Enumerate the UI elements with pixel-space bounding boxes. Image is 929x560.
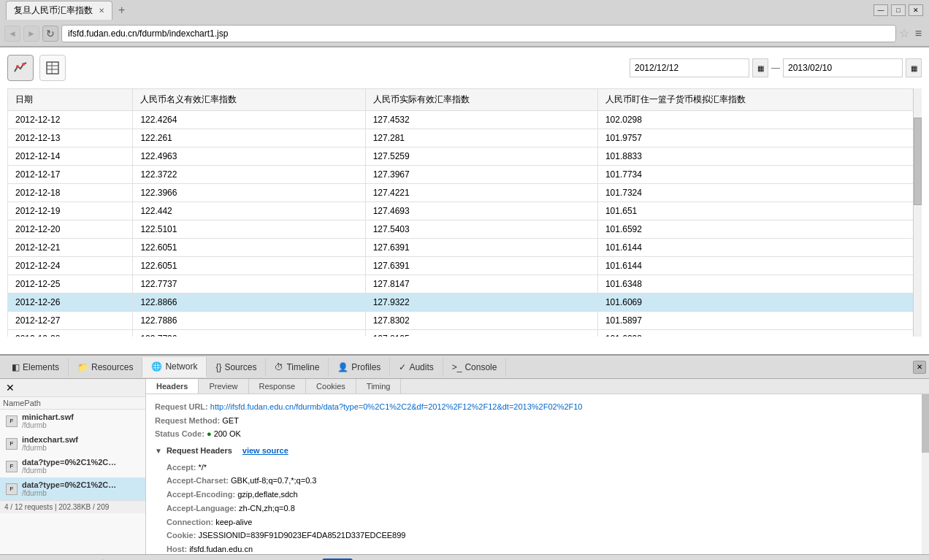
list-view-button[interactable]: ≡: [51, 558, 66, 561]
address-bar[interactable]: [61, 25, 896, 42]
tab-elements-label: Elements: [23, 362, 59, 372]
sources-icon: {}: [215, 362, 221, 372]
view-source-link[interactable]: view source: [242, 444, 288, 458]
table-row[interactable]: 2012-12-27122.7886127.8302101.5897: [8, 312, 922, 330]
calendar-from-button[interactable]: ▦: [752, 58, 768, 77]
clear-button[interactable]: ⊘: [3, 558, 18, 561]
header-name: Accept-Charset:: [167, 476, 231, 485]
console-icon: >_: [452, 362, 462, 372]
table-row[interactable]: 2012-12-14122.4963127.5259101.8833: [8, 147, 922, 166]
table-row[interactable]: 2012-12-26122.8866127.9322101.6069: [8, 294, 922, 312]
window-controls: — □ ✕: [873, 4, 923, 16]
timeline-icon: ⏱: [275, 362, 283, 372]
table-row[interactable]: 2012-12-19122.442127.4693101.651: [8, 202, 922, 220]
request-headers-section: ▼ Request Headers view source: [155, 444, 920, 458]
preserve-log-button[interactable]: ●: [67, 558, 82, 561]
chart-point2: [22, 63, 25, 66]
table-row[interactable]: 2012-12-25122.7737127.8147101.6348: [8, 275, 922, 294]
table-cell: 122.3966: [133, 184, 365, 202]
table-row[interactable]: 2012-12-24122.6051127.6391101.6144: [8, 257, 922, 275]
tab-resources[interactable]: 📁 Resources: [69, 358, 142, 377]
detail-tab-response[interactable]: Response: [249, 379, 307, 394]
scrollbar-thumb[interactable]: [914, 118, 922, 205]
table-row[interactable]: 2012-12-17122.3722127.3967101.7734: [8, 166, 922, 184]
detail-tab-headers[interactable]: Headers: [146, 379, 199, 394]
file-icon: F: [6, 438, 18, 450]
table-row[interactable]: 2012-12-21122.6051127.6391101.6144: [8, 239, 922, 257]
tab-network[interactable]: 🌐 Network: [142, 357, 207, 377]
search-button[interactable]: 🔍: [35, 558, 50, 561]
status-code-row: Status Code: ● 200 OK: [155, 427, 920, 441]
browser-tab[interactable]: 复旦人民币汇率指数 ✕: [6, 1, 112, 20]
tab-close-button[interactable]: ✕: [99, 7, 104, 15]
table-row[interactable]: 2012-12-28122.7726127.8135101.6298: [8, 330, 922, 337]
detail-tab-preview[interactable]: Preview: [199, 379, 248, 394]
refresh-button[interactable]: ↻: [42, 26, 58, 42]
tab-elements[interactable]: ◧ Elements: [3, 358, 69, 377]
file-info: data?type=0%2C1%2C2&d /fdurmb: [22, 480, 117, 497]
file-list-item[interactable]: F data?type=0%2C1%2C2&d /fdurmb: [0, 455, 145, 477]
table-cell: 127.6391: [365, 257, 597, 275]
detail-scrollbar[interactable]: [922, 394, 929, 554]
table-cell: 101.6348: [597, 275, 921, 294]
table-cell: 101.8833: [597, 147, 921, 166]
bookmark-icon[interactable]: ☆: [899, 26, 909, 40]
calendar-to-button[interactable]: ▦: [906, 58, 922, 77]
table-cell: 122.8866: [133, 294, 365, 312]
table-cell: 2012-12-28: [8, 330, 133, 337]
col-header-basket: 人民币盯住一篮子货币模拟汇率指数: [597, 89, 921, 111]
date-to-input[interactable]: [783, 58, 903, 77]
table-cell: 101.6144: [597, 257, 921, 275]
devtools-close-button[interactable]: ✕: [913, 361, 926, 374]
headers-triangle[interactable]: ▼: [155, 445, 162, 457]
tab-timeline[interactable]: ⏱ Timeline: [266, 358, 329, 377]
col-header-date: 日期: [8, 89, 133, 111]
audits-icon: ✓: [399, 362, 406, 372]
header-value: gzip,deflate,sdch: [237, 490, 298, 499]
close-panel-button[interactable]: ✕: [6, 382, 15, 394]
detail-tab-cookies[interactable]: Cookies: [306, 379, 356, 394]
header-name: Cookie:: [167, 531, 198, 540]
date-from-input[interactable]: [630, 58, 749, 77]
table-row[interactable]: 2012-12-18122.3966127.4221101.7324: [8, 184, 922, 202]
detail-scrollbar-thumb[interactable]: [922, 394, 929, 453]
new-tab-button[interactable]: +: [112, 1, 131, 20]
chart-point: [16, 65, 19, 68]
table-cell: 122.4264: [133, 111, 365, 129]
table-cell: 101.7324: [597, 184, 921, 202]
request-method-row: Request Method: GET: [155, 414, 920, 428]
detail-content: Request URL: http://ifsfd.fudan.edu.cn/f…: [146, 394, 929, 554]
minimize-button[interactable]: —: [873, 4, 888, 16]
table-cell: 127.4532: [365, 111, 597, 129]
table-row[interactable]: 2012-12-20122.5101127.5403101.6592: [8, 220, 922, 239]
table-view-button[interactable]: [39, 55, 66, 81]
table-row[interactable]: 2012-12-12122.4264127.4532102.0298: [8, 111, 922, 129]
file-name: indexchart.swf: [22, 435, 78, 444]
tab-network-label: Network: [165, 361, 197, 372]
table-cell: 122.7737: [133, 275, 365, 294]
tab-audits[interactable]: ✓ Audits: [390, 358, 443, 377]
request-method-value: GET: [222, 416, 239, 425]
table-cell: 2012-12-21: [8, 239, 133, 257]
file-list-item[interactable]: F minichart.swf /fdurmb: [0, 410, 145, 432]
tab-profiles[interactable]: 👤 Profiles: [329, 358, 390, 377]
scrollbar[interactable]: [913, 88, 922, 337]
chart-view-button[interactable]: [7, 55, 34, 81]
requests-count: 4 / 12 requests | 202.38KB / 209: [4, 503, 109, 511]
file-list-item[interactable]: F indexchart.swf /fdurmb: [0, 432, 145, 455]
header-row: Connection: keep-alive: [167, 515, 920, 529]
panel-footer: 4 / 12 requests | 202.38KB / 209: [0, 500, 145, 513]
close-button[interactable]: ✕: [909, 4, 923, 16]
table-row[interactable]: 2012-12-13122.261127.281101.9757: [8, 129, 922, 147]
tab-sources[interactable]: {} Sources: [207, 358, 266, 377]
tab-console[interactable]: >_ Console: [443, 358, 507, 377]
forward-button[interactable]: ►: [23, 26, 39, 42]
disable-cache-button[interactable]: ⊘: [83, 558, 98, 561]
back-button[interactable]: ◄: [4, 26, 20, 42]
menu-icon[interactable]: ≡: [912, 26, 925, 42]
detail-tab-timing[interactable]: Timing: [356, 379, 402, 394]
file-list-item[interactable]: F data?type=0%2C1%2C2&d /fdurmb: [0, 477, 145, 500]
file-path: /fdurmb: [22, 467, 117, 475]
maximize-button[interactable]: □: [891, 4, 906, 16]
record-button[interactable]: ⏺: [19, 558, 34, 561]
